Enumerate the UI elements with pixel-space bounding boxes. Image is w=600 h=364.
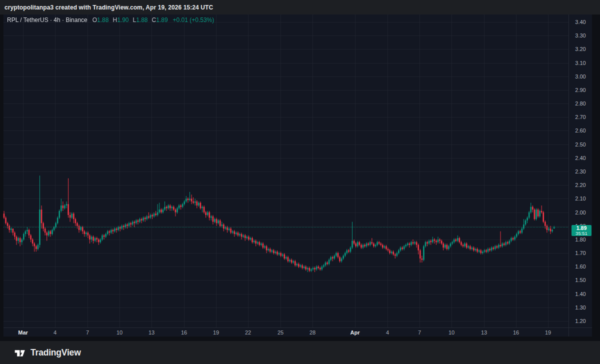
price-axis-label: 1.30 — [569, 304, 592, 311]
price-axis-label: 2.60 — [569, 127, 592, 134]
price-axis-label: 2.40 — [569, 154, 592, 162]
price-axis-label: 2.70 — [569, 114, 592, 120]
time-axis[interactable]: Mar4710131619222528Apr4710131619 — [4, 328, 592, 336]
price-axis-label: 2.10 — [569, 195, 592, 202]
tradingview-logo-icon — [14, 346, 26, 359]
time-axis-label: 28 — [300, 330, 325, 336]
time-axis-label: 19 — [536, 330, 560, 336]
time-axis-label: 19 — [204, 330, 228, 336]
time-axis-label: 7 — [407, 330, 432, 336]
tradingview-chart-export: cryptopolitanpa3 created with TradingVie… — [0, 0, 600, 364]
price-axis-label: 1.40 — [569, 290, 592, 298]
ohlc-high: H1.90 — [112, 16, 128, 24]
change-value: +0.01 (+0.53%) — [173, 16, 214, 24]
price-axis-label: 2.20 — [569, 182, 592, 188]
time-axis-label: 13 — [139, 330, 164, 336]
price-axis-label: 2.30 — [569, 168, 592, 175]
price-axis-label: 2.90 — [569, 86, 592, 94]
footer-bar: TradingView — [0, 341, 600, 364]
price-axis-label: 1.80 — [569, 236, 592, 243]
chart-legend: RPL / TetherUS · 4h · Binance O1.88 H1.9… — [7, 16, 214, 24]
price-axis-label: 3.30 — [569, 32, 592, 39]
time-axis-label: 16 — [504, 330, 528, 336]
time-axis-label: 10 — [107, 330, 132, 336]
time-axis-label: 16 — [172, 330, 196, 336]
ohlc-close: C1.89 — [152, 16, 168, 24]
price-axis-label: 1.70 — [569, 250, 592, 256]
price-axis-label: 2.00 — [569, 209, 592, 216]
tradingview-logo[interactable]: TradingView — [14, 346, 81, 359]
time-axis-label: 4 — [375, 330, 400, 336]
price-axis-label: 3.20 — [569, 46, 592, 52]
symbol-title[interactable]: RPL / TetherUS · 4h · Binance — [7, 16, 88, 24]
time-axis-label: 22 — [236, 330, 260, 336]
price-axis[interactable]: 3.403.303.203.103.002.902.802.702.602.50… — [568, 14, 592, 336]
price-axis-label: 1.20 — [569, 318, 592, 324]
bar-countdown: 35:51 — [572, 231, 592, 236]
price-axis-label: 2.80 — [569, 100, 592, 107]
attribution-text: cryptopolitanpa3 created with TradingVie… — [4, 4, 213, 11]
time-axis-label: 25 — [268, 330, 293, 336]
ohlc-open: O1.88 — [92, 16, 109, 24]
price-axis-label: 3.40 — [569, 18, 592, 26]
time-axis-label: 10 — [439, 330, 464, 336]
price-axis-label: 3.10 — [569, 60, 592, 66]
time-axis-label: Mar — [10, 330, 36, 336]
price-axis-label: 3.00 — [569, 73, 592, 80]
price-axis-label: 1.50 — [569, 276, 592, 284]
price-axis-label: 2.50 — [569, 141, 592, 148]
time-axis-label: 4 — [42, 330, 68, 336]
last-price-label: 1.89 35:51 — [572, 225, 592, 236]
time-axis-label: 7 — [75, 330, 100, 336]
time-axis-label: Apr — [342, 330, 368, 336]
attribution-bar: cryptopolitanpa3 created with TradingVie… — [0, 0, 600, 14]
price-axis-label: 1.60 — [569, 263, 592, 270]
time-axis-label: 13 — [472, 330, 496, 336]
candlestick-chart-pane[interactable] — [0, 14, 568, 328]
ohlc-low: L1.88 — [132, 16, 148, 24]
tradingview-logo-text: TradingView — [30, 348, 81, 358]
